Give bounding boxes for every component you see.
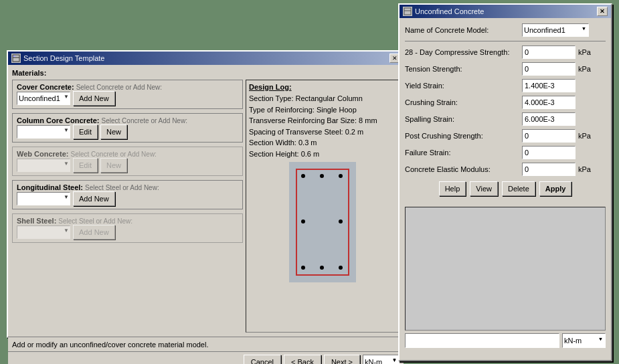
longitudinal-steel-add-new[interactable]: Add New: [73, 191, 115, 206]
main-content: Materials: Cover Concrete: Select Concre…: [8, 65, 404, 337]
cancel-button[interactable]: Cancel: [244, 355, 281, 364]
web-concrete-dropdown[interactable]: [17, 159, 70, 172]
dialog-icon: [403, 7, 412, 16]
elastic-label: Concrete Elastic Modulus:: [405, 165, 522, 173]
units-dropdown-wrapper: kN-m ▼: [363, 355, 400, 364]
spalling-label: Spalling Strain:: [405, 115, 522, 123]
dialog-close-button[interactable]: ✕: [597, 7, 608, 16]
shell-steel-dropdown-wrapper: [17, 225, 70, 239]
main-units-dropdown[interactable]: kN-m: [363, 355, 400, 364]
column-core-group: Column Core Concrete: Select Concrete or…: [12, 113, 243, 143]
materials-label: Materials:: [12, 69, 400, 77]
view-button[interactable]: View: [470, 181, 498, 196]
cover-concrete-label: Cover Concrete:: [17, 83, 74, 91]
svg-rect-2: [13, 56, 15, 57]
cover-concrete-add-new[interactable]: Add New: [73, 91, 115, 106]
rebar-dot: [320, 174, 324, 178]
shell-steel-label: Shell Steel:: [17, 217, 56, 225]
shell-steel-add-new: Add New: [73, 225, 115, 240]
column-core-dropdown[interactable]: [17, 125, 70, 139]
shell-steel-subtitle: Select Steel or Add New:: [58, 217, 132, 225]
web-concrete-edit: Edit: [73, 158, 98, 173]
back-button[interactable]: < Back: [284, 355, 321, 364]
design-log-title: Design Log:: [249, 83, 396, 91]
web-concrete-new: New: [100, 158, 127, 173]
right-panel: Design Log: Section Type: Rectangular Co…: [246, 80, 400, 333]
next-button[interactable]: Next >: [324, 355, 360, 364]
web-concrete-dropdown-wrapper: [17, 159, 70, 172]
failure-label: Failure Strain:: [405, 149, 522, 157]
dialog-bottom-dropdown-wrapper: kN-m ▼: [562, 333, 606, 348]
web-concrete-controls: Edit New: [17, 158, 238, 173]
cover-concrete-controls: Unconfined1 Add New: [17, 91, 238, 106]
status-bar: Add or modify an unconfined/cover concre…: [8, 337, 404, 351]
dialog-bottom: kN-m ▼: [405, 333, 606, 348]
column-core-controls: Edit New: [17, 124, 238, 139]
rebar-dot: [339, 266, 343, 270]
post-crushing-input[interactable]: [522, 129, 576, 143]
column-core-edit[interactable]: Edit: [73, 124, 98, 139]
post-crushing-row: Post Crushing Strength: kPa: [405, 129, 606, 143]
name-dropdown[interactable]: Unconfined1: [522, 23, 589, 37]
dialog-buttons: Help View Delete Apply: [405, 181, 606, 196]
rebar-dot: [339, 174, 343, 178]
tension-label: Tension Strength:: [405, 65, 522, 73]
column-core-dropdown-wrapper: [17, 125, 70, 139]
column-core-label: Column Core Concrete:: [17, 116, 99, 124]
cover-concrete-dropdown[interactable]: Unconfined1: [17, 92, 70, 105]
main-window: Section Design Template ✕ Materials: Cov…: [7, 50, 405, 338]
yield-input-wrapper: [522, 79, 576, 92]
column-core-new[interactable]: New: [100, 124, 127, 139]
web-concrete-subtitle: Select Concrete or Add New:: [70, 151, 156, 158]
failure-row: Failure Strain:: [405, 146, 606, 159]
name-label: Name of Concrete Model:: [405, 26, 522, 34]
tension-unit: kPa: [578, 65, 598, 73]
dialog-bottom-input[interactable]: [405, 333, 559, 348]
dialog-bottom-units-dropdown[interactable]: kN-m: [562, 333, 606, 348]
longitudinal-steel-label: Longitudinal Steel:: [17, 183, 83, 191]
svg-rect-3: [404, 8, 411, 15]
cover-concrete-group: Cover Concrete: Select Concrete or Add N…: [12, 80, 243, 109]
design-log-line-5: Section Width: 0.3 m: [249, 137, 396, 149]
shell-steel-dropdown[interactable]: [17, 225, 70, 239]
left-panel: Cover Concrete: Select Concrete or Add N…: [12, 80, 243, 333]
shell-steel-group: Shell Steel: Select Steel or Add New: Ad…: [12, 213, 243, 243]
yield-input[interactable]: [522, 79, 576, 92]
tension-input-wrapper: kPa: [522, 62, 598, 76]
name-dropdown-wrapper: Unconfined1 ▼: [522, 23, 589, 37]
name-input-wrapper: Unconfined1 ▼: [522, 23, 589, 37]
window-icon: [11, 54, 21, 63]
cover-concrete-subtitle: Select Concrete or Add New:: [76, 84, 162, 91]
elastic-input[interactable]: [522, 163, 576, 176]
shell-steel-controls: Add New: [17, 225, 238, 240]
rebar-dot: [301, 219, 305, 223]
rebar-dot: [301, 174, 305, 178]
compressive-input[interactable]: [522, 46, 576, 59]
spalling-input[interactable]: [522, 112, 576, 126]
web-concrete-label: Web Concrete:: [17, 150, 68, 158]
column-cross-section: [296, 169, 349, 276]
compressive-unit: kPa: [578, 48, 598, 56]
longitudinal-steel-dropdown-wrapper: [17, 192, 70, 205]
crushing-input[interactable]: [522, 96, 576, 109]
main-titlebar: Section Design Template ✕: [8, 52, 404, 65]
delete-button[interactable]: Delete: [502, 181, 535, 196]
failure-input-wrapper: [522, 146, 576, 159]
post-crushing-input-wrapper: kPa: [522, 129, 598, 143]
dialog-content: Name of Concrete Model: Unconfined1 ▼ 28…: [400, 18, 611, 207]
longitudinal-steel-dropdown[interactable]: [17, 192, 70, 205]
apply-button[interactable]: Apply: [539, 181, 572, 196]
tension-input[interactable]: [522, 62, 576, 76]
longitudinal-steel-group: Longitudinal Steel: Select Steel or Add …: [12, 180, 243, 209]
cover-concrete-dropdown-wrapper: Unconfined1: [17, 92, 70, 105]
compressive-row: 28 - Day Compressive Strength: kPa: [405, 46, 606, 59]
unconfined-concrete-dialog: Unconfined Concrete ✕ Name of Concrete M…: [398, 3, 612, 361]
graph-area: [405, 207, 606, 331]
post-crushing-unit: kPa: [578, 132, 598, 140]
elastic-unit: kPa: [578, 165, 598, 173]
elastic-row: Concrete Elastic Modulus: kPa: [405, 163, 606, 176]
compressive-input-wrapper: kPa: [522, 46, 598, 59]
help-button[interactable]: Help: [439, 181, 466, 196]
yield-label: Yield Strain:: [405, 82, 522, 90]
failure-input[interactable]: [522, 146, 576, 159]
